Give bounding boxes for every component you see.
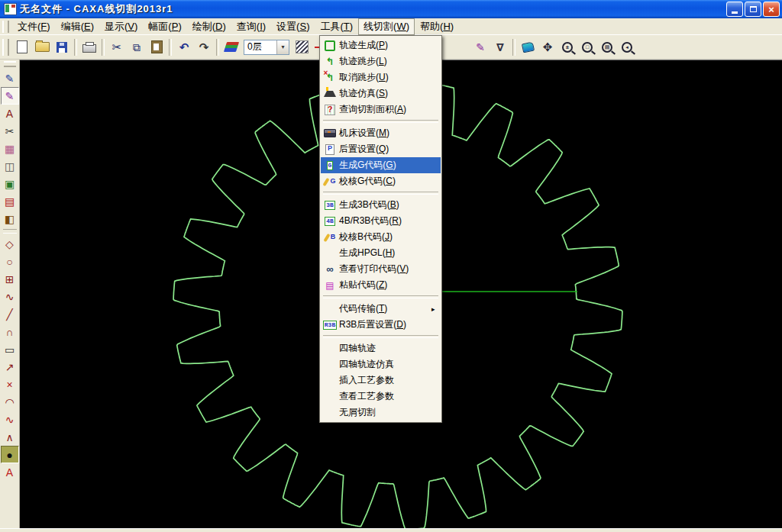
menu-tools[interactable]: 工具(T) [315,18,358,35]
curve-pen-tool[interactable]: ✎ [1,87,19,105]
menu-item-four-axis-simulate[interactable]: 四轴轨迹仿真 [321,356,441,372]
pick-pen-button[interactable]: ✎ [470,37,490,58]
open-file-button[interactable] [32,37,52,58]
ellipse-tool[interactable]: ○ [1,253,19,270]
menu-item-label: 校核B代码(J) [339,231,441,243]
block-tool[interactable]: ▦ [1,140,19,157]
check-bcode-icon: B [325,234,336,240]
zoom-dynamic-button[interactable]: ± [557,37,577,58]
paste-button[interactable] [147,37,166,58]
undo-button[interactable]: ↶ [174,37,194,58]
draw-pen-tool[interactable]: ✎ [1,69,19,87]
menu-item-label: 插入工艺参数 [339,374,441,387]
menu-item-machine-settings[interactable]: 机床设置(M) [321,125,441,141]
trim-tool[interactable]: ✂ [1,122,19,140]
sidebar-grip[interactable] [4,61,16,67]
menu-item-label: 查看工艺参数 [339,390,441,403]
polygon-tool[interactable]: ◇ [1,235,19,253]
print-icon [82,44,96,53]
menu-item-chipless-cut[interactable]: 无屑切割 [321,405,441,421]
menu-item-view-process-params[interactable]: 查看工艺参数 [321,389,441,405]
connect-tool[interactable]: ⊞ [1,270,19,288]
menu-query[interactable]: 查询(I) [231,18,271,35]
dimension-tool[interactable]: A [1,105,19,122]
minimize-button[interactable] [726,2,743,17]
menu-item-post-settings[interactable]: P后置设置(Q) [321,141,441,157]
menu-item-generate-gcode[interactable]: G生成G代码(G) [321,157,441,173]
text-tool[interactable]: A [1,463,19,481]
close-button[interactable]: × [763,2,780,17]
menu-item-generate-hpgl[interactable]: 生成HPGL(H) [321,245,441,261]
menu-item-query-cut-area[interactable]: ?查询切割面积(A) [321,102,441,118]
menu-wirecut[interactable]: 线切割(W) [358,18,415,35]
line-tool[interactable]: ╱ [1,305,19,323]
line-style-icon [296,40,309,53]
zoom-back-button[interactable]: ◂ [617,37,637,58]
menu-item-view-print-code[interactable]: ∞查看\打印代码(V) [321,261,441,277]
menu-view[interactable]: 显示(V) [99,18,143,35]
palette-tool[interactable]: ◧ [1,210,19,227]
menu-item-4b-r3b[interactable]: 4B4B/R3B代码(R) [321,213,441,229]
restore-button[interactable] [745,2,761,17]
menu-item-check-bcode[interactable]: B校核B代码(J) [321,229,441,245]
spline-tool[interactable]: ∿ [1,411,19,428]
copy-button[interactable]: ⧉ [127,37,147,58]
menu-paper[interactable]: 幅面(P) [143,18,186,35]
zoom-dynamic-icon: ± [562,42,573,53]
menu-item-cancel-jump[interactable]: ↰取消跳步(U) [321,69,441,85]
menubar-grip[interactable] [2,21,9,33]
submenu-arrow-icon: ▸ [431,305,441,313]
app-icon [4,3,17,15]
undo-icon: ↶ [179,41,189,53]
arrow-tool[interactable]: ↗ [1,358,19,376]
wave-tool[interactable]: ∿ [1,288,19,305]
menu-item-check-gcode[interactable]: G校核G代码(C) [321,173,441,189]
zoom-window-button[interactable]: □ [577,37,597,58]
pan-icon: ✥ [543,41,553,53]
pick-filter-button[interactable]: ∇ [490,37,510,58]
menu-item-track-simulate[interactable]: 轨迹仿真(S) [321,85,441,102]
4b-r3b-icon: 4B [325,217,335,226]
circle-tool[interactable]: ● [1,446,19,463]
menu-item-four-axis-track[interactable]: 四轴轨迹 [321,340,441,356]
combo-dropdown-icon[interactable]: ▾ [276,40,289,54]
library-tool[interactable]: ◫ [1,157,19,175]
cut-button[interactable]: ✂ [107,37,127,58]
sidebar-separator [3,229,17,234]
rect-tool[interactable]: ▭ [1,340,19,358]
menu-item-r3b-post-settings[interactable]: R3BR3B后置设置(D) [321,317,441,333]
toolbar-grip[interactable] [2,39,9,56]
redo-button[interactable]: ↷ [194,37,214,58]
print-button[interactable] [79,37,99,58]
menu-item-track-jump[interactable]: ↰轨迹跳步(L) [321,53,441,69]
save-button[interactable] [52,37,72,58]
line-style-button[interactable] [292,37,312,58]
toolbar-separator [216,39,219,56]
menu-edit[interactable]: 编辑(E) [56,18,99,35]
menu-item-track-generate[interactable]: 轨迹生成(P) [321,37,441,53]
new-file-button[interactable] [12,37,32,58]
pick-pen-icon: ✎ [476,42,485,53]
table-tool[interactable]: ▤ [1,192,19,210]
layer-combo[interactable]: 0层▾ [244,40,289,55]
angle-tool[interactable]: ∧ [1,428,19,446]
menu-draw[interactable]: 绘制(D) [187,18,231,35]
zoom-all-button[interactable]: ▤ [597,37,617,58]
menu-item-paste-code[interactable]: ▤粘贴代码(Z) [321,277,441,293]
toolbar-separator [169,39,172,56]
menu-item-generate-3b[interactable]: 3B生成3B代码(B) [321,197,441,213]
menu-item-code-transfer[interactable]: 代码传输(T)▸ [321,301,441,317]
menu-item-insert-process-params[interactable]: 插入工艺参数 [321,372,441,389]
point-tool[interactable]: × [1,376,19,393]
image-tool[interactable]: ▣ [1,175,19,192]
redraw-button[interactable] [518,37,538,58]
layers-button[interactable] [221,37,241,58]
arc-tool[interactable]: ∩ [1,323,19,340]
pan-button[interactable]: ✥ [538,37,557,58]
menu-settings[interactable]: 设置(S) [271,18,315,35]
arc2-tool[interactable]: ◠ [1,393,19,411]
menu-bar: 文件(F)编辑(E)显示(V)幅面(P)绘制(D)查询(I)设置(S)工具(T)… [0,18,782,35]
menu-separator [323,120,438,123]
menu-file[interactable]: 文件(F) [12,18,56,35]
menu-help[interactable]: 帮助(H) [415,18,459,35]
